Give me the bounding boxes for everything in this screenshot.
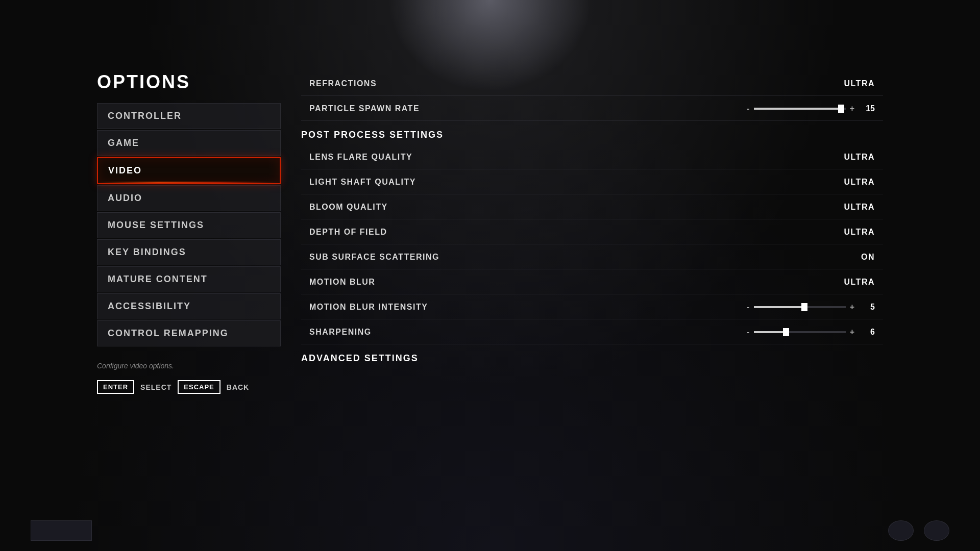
slider-plus-icon: + bbox=[850, 104, 854, 113]
bottom-right-ui-element bbox=[888, 520, 949, 541]
setting-value-bloom: ULTRA bbox=[844, 203, 875, 212]
setting-name-motion-blur: MOTION BLUR bbox=[309, 278, 375, 287]
setting-value-motion-blur: ULTRA bbox=[844, 278, 875, 287]
setting-name-lens-flare: LENS FLARE QUALITY bbox=[309, 153, 412, 162]
setting-row-depth-of-field[interactable]: DEPTH OF FIELD ULTRA bbox=[301, 220, 883, 244]
main-container: OPTIONS CONTROLLER GAME VIDEO AUDIO MOUS… bbox=[97, 71, 883, 490]
slider-minus-icon: - bbox=[747, 104, 749, 113]
setting-row-motion-blur[interactable]: MOTION BLUR ULTRA bbox=[301, 270, 883, 294]
slider-track-sharp bbox=[754, 331, 846, 333]
slider-thumb-mbi bbox=[801, 303, 807, 311]
slider-motion-blur-intensity[interactable]: - + 5 bbox=[747, 303, 875, 312]
setting-row-particle-spawn-rate[interactable]: PARTICLE SPAWN RATE - + 15 bbox=[301, 96, 883, 121]
setting-name-bloom: BLOOM QUALITY bbox=[309, 203, 388, 212]
left-panel: OPTIONS CONTROLLER GAME VIDEO AUDIO MOUS… bbox=[97, 71, 281, 490]
slider-sharpening[interactable]: - + 6 bbox=[747, 328, 875, 337]
slider-plus-sharp-icon: + bbox=[850, 328, 854, 337]
bottom-left-ui-element bbox=[31, 520, 92, 541]
escape-key-button[interactable]: ESCAPE bbox=[178, 380, 220, 394]
sidebar-item-mature-content[interactable]: MATURE CONTENT bbox=[97, 266, 281, 292]
post-process-section-header: POST PROCESS SETTINGS bbox=[301, 121, 883, 144]
setting-row-refractions[interactable]: REFRACTIONS ULTRA bbox=[301, 71, 883, 96]
setting-value-light-shaft: ULTRA bbox=[844, 178, 875, 187]
setting-name-sub-surface-scattering: SUB SURFACE SCATTERING bbox=[309, 253, 439, 262]
right-panel: REFRACTIONS ULTRA PARTICLE SPAWN RATE - … bbox=[301, 71, 883, 490]
sidebar-item-game[interactable]: GAME bbox=[97, 130, 281, 156]
slider-minus-sharp-icon: - bbox=[747, 328, 749, 337]
slider-fill-sharp bbox=[754, 331, 786, 333]
setting-name-motion-blur-intensity: MOTION BLUR INTENSITY bbox=[309, 303, 428, 312]
setting-value-sub-surface-scattering: ON bbox=[861, 253, 875, 262]
setting-name-particle-spawn-rate: PARTICLE SPAWN RATE bbox=[309, 104, 420, 113]
bottom-right-circle-1 bbox=[888, 520, 914, 541]
setting-value-lens-flare: ULTRA bbox=[844, 153, 875, 162]
slider-value-particle-spawn-rate: 15 bbox=[863, 104, 875, 113]
setting-row-light-shaft[interactable]: LIGHT SHAFT QUALITY ULTRA bbox=[301, 170, 883, 194]
nav-menu: CONTROLLER GAME VIDEO AUDIO MOUSE SETTIN… bbox=[97, 103, 281, 346]
sidebar-item-control-remapping[interactable]: CONTROL REMAPPING bbox=[97, 320, 281, 346]
slider-thumb bbox=[838, 105, 844, 113]
bottom-buttons: ENTER SELECT ESCAPE BACK bbox=[97, 380, 281, 394]
sidebar-item-key-bindings[interactable]: KEY BINDINGS bbox=[97, 239, 281, 265]
configure-text: Configure video options. bbox=[97, 362, 281, 370]
setting-value-refractions: ULTRA bbox=[844, 79, 875, 88]
setting-value-depth-of-field: ULTRA bbox=[844, 228, 875, 237]
slider-particle-spawn-rate[interactable]: - + 15 bbox=[747, 104, 875, 113]
slider-plus-mbi-icon: + bbox=[850, 303, 854, 312]
slider-minus-mbi-icon: - bbox=[747, 303, 749, 312]
setting-name-sharpening: SHARPENING bbox=[309, 328, 372, 337]
setting-name-depth-of-field: DEPTH OF FIELD bbox=[309, 228, 387, 237]
sidebar-item-mouse-settings[interactable]: MOUSE SETTINGS bbox=[97, 212, 281, 238]
enter-key-button[interactable]: ENTER bbox=[97, 380, 134, 394]
slider-track-mbi bbox=[754, 306, 846, 308]
settings-list: REFRACTIONS ULTRA PARTICLE SPAWN RATE - … bbox=[301, 71, 883, 368]
slider-fill bbox=[754, 108, 841, 110]
sidebar-item-controller[interactable]: CONTROLLER bbox=[97, 103, 281, 129]
sidebar-item-video[interactable]: VIDEO bbox=[97, 157, 281, 184]
sidebar-item-accessibility[interactable]: ACCESSIBILITY bbox=[97, 293, 281, 319]
slider-value-motion-blur-intensity: 5 bbox=[863, 303, 875, 312]
slider-value-sharpening: 6 bbox=[863, 328, 875, 337]
slider-fill-mbi bbox=[754, 306, 804, 308]
setting-row-bloom[interactable]: BLOOM QUALITY ULTRA bbox=[301, 195, 883, 219]
setting-row-sharpening[interactable]: SHARPENING - + 6 bbox=[301, 320, 883, 344]
page-title: OPTIONS bbox=[97, 71, 281, 93]
setting-name-light-shaft: LIGHT SHAFT QUALITY bbox=[309, 178, 416, 187]
advanced-section-header: ADVANCED SETTINGS bbox=[301, 345, 883, 368]
slider-track bbox=[754, 108, 846, 110]
setting-row-lens-flare[interactable]: LENS FLARE QUALITY ULTRA bbox=[301, 145, 883, 169]
setting-row-motion-blur-intensity[interactable]: MOTION BLUR INTENSITY - + 5 bbox=[301, 295, 883, 319]
setting-name-refractions: REFRACTIONS bbox=[309, 79, 377, 88]
escape-key-label: BACK bbox=[227, 383, 249, 391]
setting-row-sub-surface-scattering[interactable]: SUB SURFACE SCATTERING ON bbox=[301, 245, 883, 269]
bottom-right-circle-2 bbox=[924, 520, 949, 541]
slider-thumb-sharp bbox=[783, 328, 789, 336]
sidebar-item-audio[interactable]: AUDIO bbox=[97, 185, 281, 211]
enter-key-label: SELECT bbox=[140, 383, 172, 391]
